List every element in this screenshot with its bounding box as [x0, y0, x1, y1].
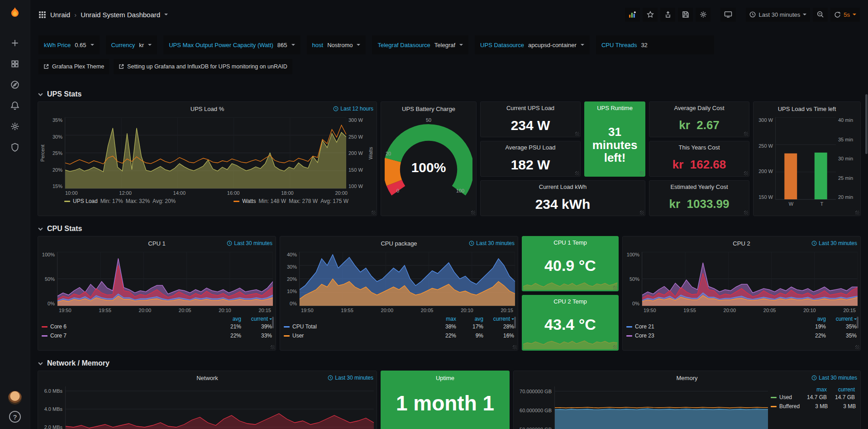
- legend-header-current[interactable]: current: [829, 386, 855, 393]
- breadcrumb[interactable]: Unraid › Unraid System Dashboard: [38, 11, 168, 19]
- legend-header-max[interactable]: max: [801, 386, 827, 393]
- row-header-ups-stats[interactable]: UPS Stats: [38, 87, 861, 101]
- panel-header[interactable]: CPU package Last 30 minutes: [280, 236, 518, 250]
- variable-value[interactable]: 0.65: [75, 42, 86, 48]
- dashboard-link-ups-monitoring-guide[interactable]: Setting up Grafana and InfluxDB for UPS …: [114, 59, 292, 74]
- panel-header[interactable]: Uptime: [381, 371, 509, 385]
- add-panel-button[interactable]: [625, 8, 640, 22]
- refresh-button[interactable]: 5s: [830, 8, 860, 22]
- legend-series-name[interactable]: Core 21: [635, 323, 654, 330]
- panel-header[interactable]: UPS Runtime: [585, 102, 645, 114]
- panel-header[interactable]: CPU 1 Temp: [522, 236, 618, 248]
- sidebar-alerting-button[interactable]: [6, 95, 24, 116]
- legend-series-name[interactable]: User: [292, 333, 304, 339]
- dashboard-link-grafana-plex-theme[interactable]: Grafana Plex Theme: [38, 59, 109, 74]
- dashboard-settings-button[interactable]: [696, 8, 711, 22]
- variable-value[interactable]: kr: [139, 42, 144, 48]
- panel-header[interactable]: Current UPS Load: [481, 102, 580, 114]
- legend-series-name[interactable]: Core 6: [50, 323, 67, 330]
- legend-header-avg[interactable]: avg: [797, 316, 826, 322]
- panel-title[interactable]: CPU 2 Temp: [553, 298, 587, 305]
- legend-series-name[interactable]: UPS Load: [73, 198, 98, 204]
- panel-header[interactable]: Average Daily Cost: [649, 102, 749, 114]
- panel-title[interactable]: Current Load kWh: [539, 183, 587, 190]
- sidebar-admin-button[interactable]: [6, 137, 24, 158]
- sidebar-dashboards-button[interactable]: [6, 53, 24, 74]
- row-header-cpu-stats[interactable]: CPU Stats: [38, 222, 861, 236]
- legend-series-name[interactable]: Watts: [242, 198, 256, 204]
- panel-title[interactable]: Estimated Yearly Cost: [670, 183, 728, 190]
- legend-header-current[interactable]: current: [828, 316, 857, 322]
- plot-area[interactable]: [57, 252, 273, 306]
- panel-header[interactable]: UPS Battery Charge: [381, 102, 476, 116]
- panel-title[interactable]: CPU package: [381, 240, 417, 247]
- variable-cpu-threads[interactable]: CPU Threads 32: [596, 35, 715, 54]
- panel-header[interactable]: This Years Cost: [649, 141, 749, 153]
- panel-header[interactable]: UPS Load vs Time left: [754, 102, 860, 116]
- panel-header[interactable]: Estimated Yearly Cost: [649, 181, 749, 193]
- variable-value-input[interactable]: 32: [641, 42, 709, 48]
- zoom-out-button[interactable]: [813, 8, 828, 22]
- panel-title[interactable]: Uptime: [436, 375, 454, 381]
- star-button[interactable]: [643, 8, 658, 22]
- variable-kwh-price[interactable]: kWh Price 0.65: [38, 35, 100, 54]
- legend-header-avg[interactable]: avg: [458, 316, 483, 322]
- plot-area[interactable]: [299, 252, 515, 306]
- panel-header[interactable]: Memory Last 30 minutes: [514, 371, 860, 385]
- plot-area[interactable]: [65, 386, 374, 429]
- sidebar-help-button[interactable]: ?: [9, 411, 21, 423]
- variable-ups-datasource[interactable]: UPS Datasource apcupsd-container: [475, 35, 590, 54]
- cycle-view-button[interactable]: [720, 8, 736, 22]
- panel-header[interactable]: CPU 2 Last 30 minutes: [623, 236, 860, 250]
- legend-header-current[interactable]: current: [243, 316, 272, 322]
- legend-scrollbar[interactable]: [272, 317, 274, 328]
- time-range-picker[interactable]: Last 30 minutes: [746, 8, 810, 22]
- breadcrumb-dashboard[interactable]: Unraid System Dashboard: [81, 11, 160, 19]
- variable-value[interactable]: 865: [277, 42, 287, 48]
- panel-header[interactable]: Current Load kWh: [481, 181, 645, 193]
- panel-header[interactable]: Network Last 30 minutes: [38, 371, 377, 385]
- plot-area[interactable]: [554, 386, 768, 429]
- save-button[interactable]: [678, 8, 693, 22]
- sidebar-configuration-button[interactable]: [6, 116, 24, 137]
- panel-title[interactable]: UPS Runtime: [597, 105, 633, 111]
- panel-header[interactable]: CPU 1 Last 30 minutes: [38, 236, 276, 250]
- legend-series-name[interactable]: Used: [779, 394, 792, 400]
- panel-title[interactable]: Average PSU Load: [505, 144, 555, 151]
- variable-host[interactable]: host Nostromo: [307, 35, 366, 54]
- plot-area[interactable]: [775, 117, 836, 200]
- sidebar-explore-button[interactable]: [6, 74, 24, 95]
- legend-header-current[interactable]: current: [485, 316, 514, 322]
- panel-title[interactable]: UPS Load vs Time left: [778, 106, 836, 112]
- legend-series-name[interactable]: CPU Total: [292, 323, 317, 330]
- variable-telegraf-datasource[interactable]: Telegraf Datasource Telegraf: [372, 35, 468, 54]
- page-scrollbar[interactable]: [865, 94, 868, 154]
- legend-scrollbar[interactable]: [514, 317, 516, 328]
- panel-title[interactable]: UPS Load %: [191, 106, 224, 112]
- plot-area[interactable]: [642, 252, 858, 306]
- sidebar-create-button[interactable]: [6, 33, 24, 53]
- legend-series-name[interactable]: Buffered: [779, 403, 800, 410]
- panel-title[interactable]: Memory: [677, 375, 698, 381]
- avatar[interactable]: [8, 391, 22, 405]
- variable-ups-max-output[interactable]: UPS Max Output Power Capacity (Watt) 865: [163, 35, 300, 54]
- panel-header[interactable]: CPU 2 Temp: [522, 295, 618, 307]
- variable-value[interactable]: apcupsd-container: [528, 42, 577, 48]
- legend-scrollbar[interactable]: [857, 317, 858, 328]
- panel-title[interactable]: This Years Cost: [678, 144, 720, 151]
- panel-title[interactable]: UPS Battery Charge: [402, 106, 455, 112]
- grafana-logo[interactable]: [7, 5, 23, 21]
- panel-title[interactable]: CPU 1 Temp: [553, 239, 587, 246]
- share-button[interactable]: [660, 8, 675, 22]
- legend-header-avg[interactable]: avg: [212, 316, 241, 322]
- row-header-network-memory[interactable]: Network / Memory: [38, 356, 861, 371]
- variable-value[interactable]: Nostromo: [327, 42, 353, 48]
- variable-value[interactable]: Telegraf: [434, 42, 455, 48]
- breadcrumb-app[interactable]: Unraid: [50, 11, 70, 19]
- variable-currency[interactable]: Currency kr: [106, 35, 157, 54]
- panel-title[interactable]: Current UPS Load: [506, 105, 554, 111]
- panel-header[interactable]: Average PSU Load: [481, 141, 580, 153]
- legend-series-name[interactable]: Core 7: [50, 333, 67, 339]
- panel-title[interactable]: Network: [196, 375, 218, 381]
- plot-area[interactable]: [65, 117, 346, 189]
